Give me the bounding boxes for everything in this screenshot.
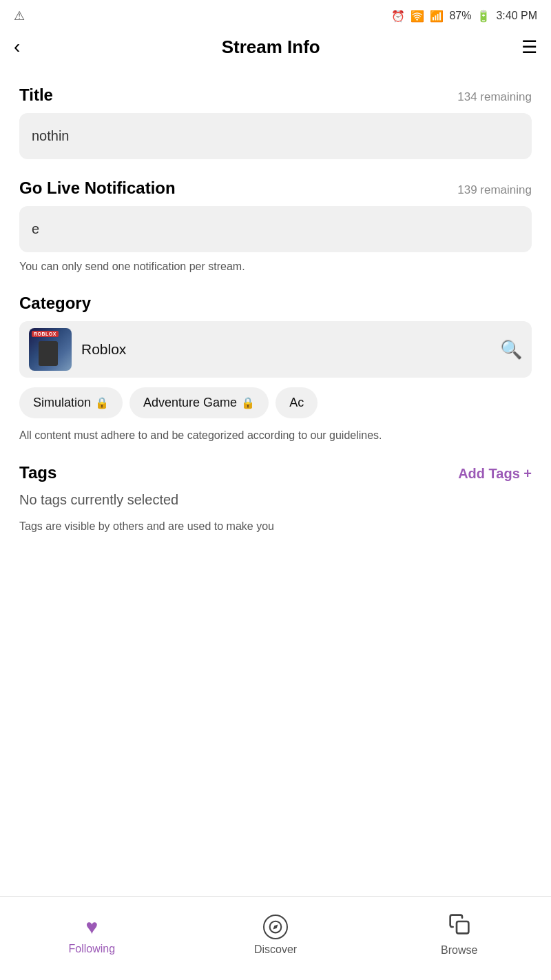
nav-item-following[interactable]: ♥ Following (0, 915, 184, 955)
notification-header: Go Live Notification 139 remaining (19, 178, 532, 198)
menu-button[interactable]: ☰ (521, 37, 537, 58)
bottom-nav: ♥ Following Discover Browse (0, 896, 551, 980)
page-title: Stream Info (222, 37, 320, 58)
notification-input[interactable] (19, 206, 532, 252)
category-guideline-text: All content must adhere to and be catego… (19, 428, 532, 443)
category-search-icon[interactable]: 🔍 (500, 339, 522, 360)
category-name: Roblox (81, 341, 126, 358)
roblox-logo-text: ROBLOX (32, 331, 59, 337)
status-bar: ⚠ ⏰ 🛜 📶 87% 🔋 3:40 PM (0, 0, 551, 29)
tags-description: Tags are visible by others and are used … (19, 519, 532, 534)
top-nav: ‹ Stream Info ☰ (0, 29, 551, 69)
notification-section: Go Live Notification 139 remaining You c… (19, 178, 532, 274)
title-header: Title 134 remaining (19, 85, 532, 105)
category-tags-row: Simulation 🔒 Adventure Game 🔒 Ac (19, 387, 532, 418)
clock-icon: ⏰ (391, 10, 405, 23)
discover-label: Discover (254, 943, 297, 956)
discover-icon (263, 915, 288, 939)
title-label: Title (19, 85, 53, 105)
category-input-wrapper: Roblox 🔍 (81, 339, 522, 360)
tags-label: Tags (19, 463, 56, 482)
notification-label: Go Live Notification (19, 178, 176, 198)
roblox-figure-art (39, 341, 58, 366)
status-right: ⏰ 🛜 📶 87% 🔋 3:40 PM (391, 10, 537, 23)
status-warning-icon: ⚠ (14, 8, 25, 23)
tags-header: Tags Add Tags + (19, 463, 532, 482)
tag-ac[interactable]: Ac (276, 387, 318, 418)
category-row[interactable]: ROBLOX Roblox 🔍 (19, 321, 532, 378)
signal-icon: 📶 (430, 10, 444, 23)
svg-rect-4 (457, 921, 468, 933)
nav-item-browse[interactable]: Browse (367, 913, 551, 957)
tag-adventure-label: Adventure Game (143, 396, 237, 410)
following-icon: ♥ (85, 915, 98, 939)
category-thumbnail: ROBLOX (29, 328, 72, 371)
following-label: Following (69, 943, 116, 955)
title-remaining: 134 remaining (457, 90, 532, 104)
add-tags-button[interactable]: Add Tags + (458, 466, 532, 482)
wifi-icon: 🛜 (410, 10, 424, 23)
roblox-thumbnail-art: ROBLOX (29, 328, 72, 371)
tag-adventure-lock: 🔒 (241, 396, 255, 409)
tags-section: Tags Add Tags + No tags currently select… (19, 463, 532, 534)
tag-ac-label: Ac (289, 396, 304, 410)
browse-icon (448, 913, 470, 940)
svg-marker-3 (273, 924, 278, 929)
tag-simulation[interactable]: Simulation 🔒 (19, 387, 123, 418)
title-section: Title 134 remaining (19, 85, 532, 159)
title-input[interactable] (19, 113, 532, 159)
tag-simulation-lock: 🔒 (95, 396, 109, 409)
main-content: Title 134 remaining Go Live Notification… (0, 85, 551, 534)
nav-item-discover[interactable]: Discover (184, 915, 368, 956)
time-display: 3:40 PM (496, 10, 537, 22)
category-header: Category (19, 294, 532, 313)
tag-simulation-label: Simulation (33, 396, 91, 410)
notification-helper: You can only send one notification per s… (19, 259, 532, 274)
no-tags-message: No tags currently selected (19, 492, 532, 508)
battery-level: 87% (449, 10, 471, 22)
browse-label: Browse (441, 944, 477, 957)
battery-icon: 🔋 (477, 10, 490, 23)
category-label: Category (19, 294, 91, 313)
notification-remaining: 139 remaining (457, 183, 532, 197)
title-input-container (19, 113, 532, 159)
tag-adventure[interactable]: Adventure Game 🔒 (129, 387, 269, 418)
category-section: Category ROBLOX Roblox 🔍 Simulation 🔒 Ad… (19, 294, 532, 443)
back-button[interactable]: ‹ (14, 36, 20, 58)
